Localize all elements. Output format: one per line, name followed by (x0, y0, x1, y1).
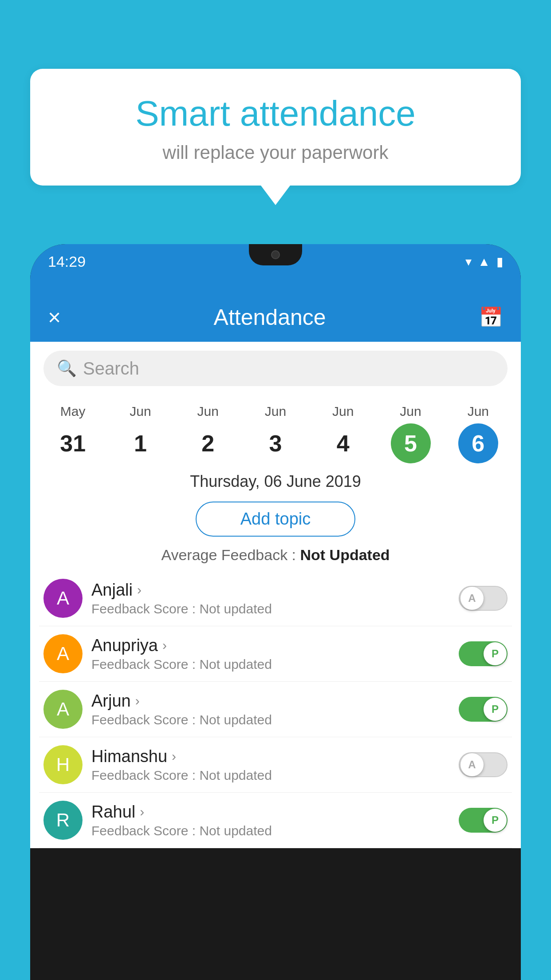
cal-month-label: Jun (197, 404, 219, 419)
chevron-icon: › (162, 638, 167, 653)
calendar-day[interactable]: Jun1 (116, 404, 165, 463)
feedback-score: Feedback Score : Not updated (91, 712, 450, 727)
cal-day-number: 4 (323, 423, 363, 463)
chevron-icon: › (140, 804, 144, 819)
toggle-knob: P (484, 809, 507, 832)
student-info: Anupriya ›Feedback Score : Not updated (91, 636, 450, 672)
cal-day-number: 5 (391, 423, 431, 463)
bubble-title: Smart attendance (57, 93, 494, 134)
attendance-toggle[interactable]: A (459, 752, 508, 777)
phone-top-bar: 14:29 ▾ ▲ ▮ (30, 244, 521, 293)
status-bar: 14:29 ▾ ▲ ▮ (30, 249, 521, 274)
attendance-toggle[interactable]: P (459, 697, 508, 722)
wifi-icon: ▾ (465, 254, 472, 269)
status-icons: ▾ ▲ ▮ (465, 254, 503, 269)
signal-icon: ▲ (478, 255, 490, 269)
toggle-container[interactable]: P (459, 641, 508, 666)
avatar: H (43, 745, 83, 784)
calendar-day[interactable]: Jun6 (454, 404, 503, 463)
avg-feedback-value: Not Updated (300, 546, 390, 563)
student-row[interactable]: RRahul ›Feedback Score : Not updatedP (39, 793, 512, 848)
cal-month-label: May (60, 404, 86, 419)
feedback-score: Feedback Score : Not updated (91, 768, 450, 783)
cal-month-label: Jun (468, 404, 489, 419)
cal-month-label: Jun (400, 404, 421, 419)
student-info: Arjun ›Feedback Score : Not updated (91, 692, 450, 727)
calendar-day[interactable]: Jun2 (184, 404, 232, 463)
student-name: Anjali › (91, 581, 450, 600)
chevron-icon: › (172, 749, 176, 764)
time-display: 14:29 (48, 253, 86, 270)
close-button[interactable]: × (48, 304, 61, 330)
attendance-toggle[interactable]: P (459, 641, 508, 666)
search-placeholder: Search (83, 359, 139, 379)
student-name: Anupriya › (91, 636, 450, 655)
toggle-knob: A (460, 753, 484, 776)
student-name: Himanshu › (91, 747, 450, 766)
student-list: AAnjali ›Feedback Score : Not updatedAAA… (30, 571, 521, 848)
camera-dot (271, 250, 280, 259)
cal-day-number: 2 (188, 423, 228, 463)
avatar: A (43, 634, 83, 673)
student-row[interactable]: HHimanshu ›Feedback Score : Not updatedA (39, 737, 512, 793)
feedback-score: Feedback Score : Not updated (91, 657, 450, 672)
toggle-knob: A (460, 587, 484, 610)
avatar: A (43, 690, 83, 729)
battery-icon: ▮ (496, 254, 503, 269)
add-topic-button[interactable]: Add topic (196, 502, 355, 537)
student-name: Arjun › (91, 692, 450, 711)
attendance-toggle[interactable]: A (459, 586, 508, 611)
feedback-score: Feedback Score : Not updated (91, 823, 450, 838)
cal-day-number: 31 (53, 423, 93, 463)
chevron-icon: › (135, 693, 140, 708)
toggle-knob: P (484, 698, 507, 721)
avg-feedback: Average Feedback : Not Updated (30, 541, 521, 571)
avatar: R (43, 801, 83, 840)
notch (249, 244, 302, 265)
feedback-score: Feedback Score : Not updated (91, 601, 450, 616)
student-info: Himanshu ›Feedback Score : Not updated (91, 747, 450, 783)
student-row[interactable]: AArjun ›Feedback Score : Not updatedP (39, 682, 512, 737)
student-row[interactable]: AAnjali ›Feedback Score : Not updatedA (39, 571, 512, 626)
calendar-button[interactable]: 📅 (479, 306, 503, 329)
cal-day-number: 3 (256, 423, 295, 463)
cal-day-number: 6 (458, 423, 498, 463)
student-info: Anjali ›Feedback Score : Not updated (91, 581, 450, 616)
calendar-day[interactable]: Jun5 (386, 404, 435, 463)
app-header: × Attendance 📅 (30, 293, 521, 342)
search-icon: 🔍 (57, 359, 77, 378)
avatar: A (43, 579, 83, 618)
toggle-knob: P (484, 642, 507, 665)
header-title: Attendance (214, 304, 326, 330)
calendar-day[interactable]: Jun3 (251, 404, 300, 463)
search-bar[interactable]: 🔍 Search (43, 351, 508, 386)
student-info: Rahul ›Feedback Score : Not updated (91, 802, 450, 838)
selected-date-label: Thursday, 06 June 2019 (30, 463, 521, 497)
toggle-container[interactable]: A (459, 586, 508, 611)
cal-month-label: Jun (130, 404, 151, 419)
student-row[interactable]: AAnupriya ›Feedback Score : Not updatedP (39, 626, 512, 682)
phone-frame: 14:29 ▾ ▲ ▮ × Attendance 📅 🔍 Search May3… (30, 244, 521, 980)
cal-day-number: 1 (120, 423, 160, 463)
calendar-strip: May31Jun1Jun2Jun3Jun4Jun5Jun6 (30, 395, 521, 463)
cal-month-label: Jun (265, 404, 286, 419)
attendance-toggle[interactable]: P (459, 808, 508, 833)
chevron-icon: › (137, 582, 142, 597)
avg-feedback-label: Average Feedback : (161, 546, 296, 563)
speech-bubble-container: Smart attendance will replace your paper… (30, 69, 521, 186)
cal-month-label: Jun (332, 404, 354, 419)
phone-screen: 🔍 Search May31Jun1Jun2Jun3Jun4Jun5Jun6 T… (30, 342, 521, 848)
speech-bubble: Smart attendance will replace your paper… (30, 69, 521, 186)
student-name: Rahul › (91, 802, 450, 822)
toggle-container[interactable]: P (459, 808, 508, 833)
toggle-container[interactable]: A (459, 752, 508, 777)
bubble-subtitle: will replace your paperwork (57, 142, 494, 163)
calendar-day[interactable]: May31 (48, 404, 97, 463)
calendar-day[interactable]: Jun4 (319, 404, 367, 463)
toggle-container[interactable]: P (459, 697, 508, 722)
